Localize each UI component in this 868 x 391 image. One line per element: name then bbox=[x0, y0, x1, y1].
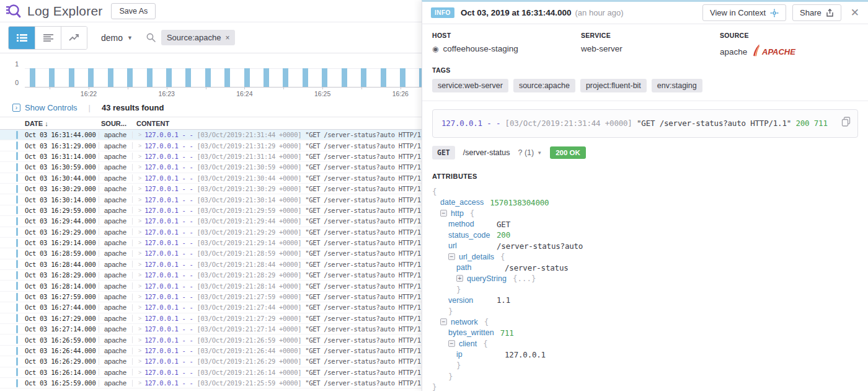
table-row[interactable]: Oct 03 16:27:44.000apache>127.0.0.1 - - … bbox=[0, 302, 422, 313]
cell-content: 127.0.0.1 - - [03/Oct/2019:21:31:29 +000… bbox=[144, 142, 422, 150]
attr-key[interactable]: url_details bbox=[459, 253, 494, 261]
column-divider bbox=[132, 336, 133, 343]
cell-date: Oct 03 16:27:59.000 bbox=[25, 293, 97, 300]
detail-timestamp: Oct 03, 2019 at 16:31:44.000 bbox=[461, 8, 572, 17]
tree-row: ip127.0.0.1 bbox=[422, 349, 868, 361]
table-row[interactable]: Oct 03 16:30:14.000apache>127.0.0.1 - - … bbox=[0, 194, 422, 205]
cell-source: apache bbox=[101, 249, 130, 257]
attr-key[interactable]: date_access bbox=[440, 198, 484, 207]
filter-tag-source-apache[interactable]: Source:apache × bbox=[161, 30, 235, 45]
copy-icon[interactable] bbox=[841, 117, 851, 127]
expand-chevron-icon: > bbox=[138, 337, 141, 343]
collapse-icon[interactable]: − bbox=[448, 340, 455, 347]
table-row[interactable]: Oct 03 16:26:29.000apache>127.0.0.1 - - … bbox=[0, 356, 422, 367]
table-row[interactable]: Oct 03 16:31:29.000apache>127.0.0.1 - - … bbox=[0, 140, 422, 151]
view-in-context-button[interactable]: View in Context bbox=[702, 4, 786, 21]
column-divider bbox=[132, 380, 133, 387]
log-level-indicator bbox=[16, 303, 18, 312]
table-row[interactable]: Oct 03 16:31:14.000apache>127.0.0.1 - - … bbox=[0, 151, 422, 162]
cell-content: 127.0.0.1 - - [03/Oct/2019:21:29:44 +000… bbox=[144, 217, 422, 225]
attr-key[interactable]: url bbox=[448, 241, 490, 250]
attr-key[interactable]: status_code bbox=[448, 231, 490, 240]
column-divider bbox=[99, 153, 99, 160]
show-controls-button[interactable]: Show Controls bbox=[25, 103, 78, 112]
table-row[interactable]: Oct 03 16:31:44.000apache>127.0.0.1 - - … bbox=[0, 130, 422, 140]
cell-source: apache bbox=[101, 261, 130, 268]
list-view-button[interactable] bbox=[9, 27, 35, 49]
column-header-content[interactable]: CONTENT bbox=[136, 120, 169, 127]
log-level-indicator bbox=[16, 185, 18, 193]
table-row[interactable]: Oct 03 16:29:14.000apache>127.0.0.1 - - … bbox=[0, 238, 422, 248]
expand-chevron-icon: > bbox=[138, 175, 141, 181]
table-row[interactable]: Oct 03 16:27:59.000apache>127.0.0.1 - - … bbox=[0, 292, 422, 302]
tag-pill[interactable]: project:fluent-bit bbox=[580, 79, 647, 92]
collapse-icon[interactable]: − bbox=[440, 210, 447, 217]
search-bar[interactable]: Source:apache × bbox=[146, 30, 422, 45]
source-value[interactable]: apache bbox=[720, 47, 747, 56]
table-row[interactable]: Oct 03 16:28:59.000apache>127.0.0.1 - - … bbox=[0, 248, 422, 259]
attr-key[interactable]: queryString bbox=[467, 274, 507, 283]
tree-row: version1.1 bbox=[422, 295, 868, 306]
collapse-icon[interactable]: − bbox=[440, 318, 447, 325]
service-value[interactable]: web-server bbox=[581, 44, 622, 53]
save-as-button[interactable]: Save As bbox=[111, 3, 156, 19]
attr-key[interactable]: version bbox=[448, 296, 490, 305]
log-level-indicator bbox=[16, 174, 18, 182]
attr-key[interactable]: path bbox=[456, 263, 498, 272]
expand-chevron-icon: > bbox=[138, 240, 141, 246]
scope-dropdown[interactable]: demo ▼ bbox=[101, 33, 133, 43]
cell-date: Oct 03 16:29:44.000 bbox=[25, 217, 97, 225]
share-button[interactable]: Share bbox=[792, 4, 841, 21]
cell-source: apache bbox=[101, 379, 130, 387]
host-value[interactable]: coffeehouse-staging bbox=[443, 44, 518, 53]
table-row[interactable]: Oct 03 16:28:14.000apache>127.0.0.1 - - … bbox=[0, 281, 422, 291]
attr-key[interactable]: http bbox=[451, 209, 464, 218]
compact-view-button[interactable] bbox=[35, 27, 61, 49]
status-token[interactable]: 200 OK bbox=[550, 146, 586, 159]
table-row[interactable]: Oct 03 16:27:14.000apache>127.0.0.1 - - … bbox=[0, 324, 422, 335]
table-row[interactable]: Oct 03 16:30:59.000apache>127.0.0.1 - - … bbox=[0, 162, 422, 173]
app-header: Log Explorer Save As bbox=[0, 0, 422, 22]
log-level-indicator bbox=[16, 249, 18, 258]
x-tick-label: 16:23 bbox=[159, 90, 175, 97]
toolbar: demo ▼ Source:apache × bbox=[0, 22, 422, 53]
attr-key[interactable]: bytes_written bbox=[448, 328, 494, 337]
collapse-icon[interactable]: − bbox=[448, 253, 455, 260]
table-row[interactable]: Oct 03 16:25:59.000apache>127.0.0.1 - - … bbox=[0, 378, 422, 389]
column-header-date[interactable]: DATE ↓ bbox=[25, 120, 101, 127]
table-row[interactable]: Oct 03 16:29:44.000apache>127.0.0.1 - - … bbox=[0, 216, 422, 227]
table-row[interactable]: Oct 03 16:26:14.000apache>127.0.0.1 - - … bbox=[0, 367, 422, 378]
method-token[interactable]: GET bbox=[432, 146, 455, 160]
table-row[interactable]: Oct 03 16:29:29.000apache>127.0.0.1 - - … bbox=[0, 227, 422, 238]
tag-pill[interactable]: env:staging bbox=[652, 79, 702, 92]
column-divider bbox=[99, 174, 99, 181]
tag-pill[interactable]: service:web-server bbox=[432, 79, 508, 92]
tag-pill[interactable]: source:apache bbox=[513, 79, 575, 92]
expand-chevron-icon: > bbox=[138, 326, 141, 332]
timeseries-chart[interactable]: 1 0 16:2216:2316:2416:2516:26 bbox=[0, 57, 422, 99]
table-row[interactable]: Oct 03 16:26:44.000apache>127.0.0.1 - - … bbox=[0, 346, 422, 356]
table-row[interactable]: Oct 03 16:28:44.000apache>127.0.0.1 - - … bbox=[0, 259, 422, 270]
attr-key[interactable]: method bbox=[448, 220, 490, 228]
table-row[interactable]: Oct 03 16:28:29.000apache>127.0.0.1 - - … bbox=[0, 270, 422, 281]
table-row[interactable]: Oct 03 16:26:59.000apache>127.0.0.1 - - … bbox=[0, 335, 422, 345]
table-row[interactable]: Oct 03 16:30:44.000apache>127.0.0.1 - - … bbox=[0, 173, 422, 184]
path-token[interactable]: /server-status bbox=[463, 148, 510, 157]
chart-view-button[interactable] bbox=[61, 27, 87, 49]
expand-icon[interactable]: + bbox=[456, 275, 463, 282]
remove-filter-icon[interactable]: × bbox=[225, 34, 229, 42]
attr-key[interactable]: client bbox=[459, 339, 477, 348]
close-icon[interactable]: ✕ bbox=[851, 6, 859, 19]
column-divider bbox=[132, 218, 133, 225]
attr-key[interactable]: network bbox=[451, 318, 478, 326]
table-row[interactable]: Oct 03 16:29:59.000apache>127.0.0.1 - - … bbox=[0, 205, 422, 216]
cell-source: apache bbox=[101, 153, 130, 160]
attr-key[interactable]: ip bbox=[456, 350, 498, 359]
host-icon: ◉ bbox=[432, 45, 438, 53]
column-header-source[interactable]: SOUR... bbox=[101, 120, 136, 127]
message-status: 200 711 bbox=[795, 119, 827, 128]
query-token-dropdown[interactable]: ? (1) ▼ bbox=[518, 148, 542, 157]
table-row[interactable]: Oct 03 16:27:29.000apache>127.0.0.1 - - … bbox=[0, 313, 422, 324]
json-brace: { bbox=[484, 317, 489, 326]
table-row[interactable]: Oct 03 16:30:29.000apache>127.0.0.1 - - … bbox=[0, 184, 422, 194]
